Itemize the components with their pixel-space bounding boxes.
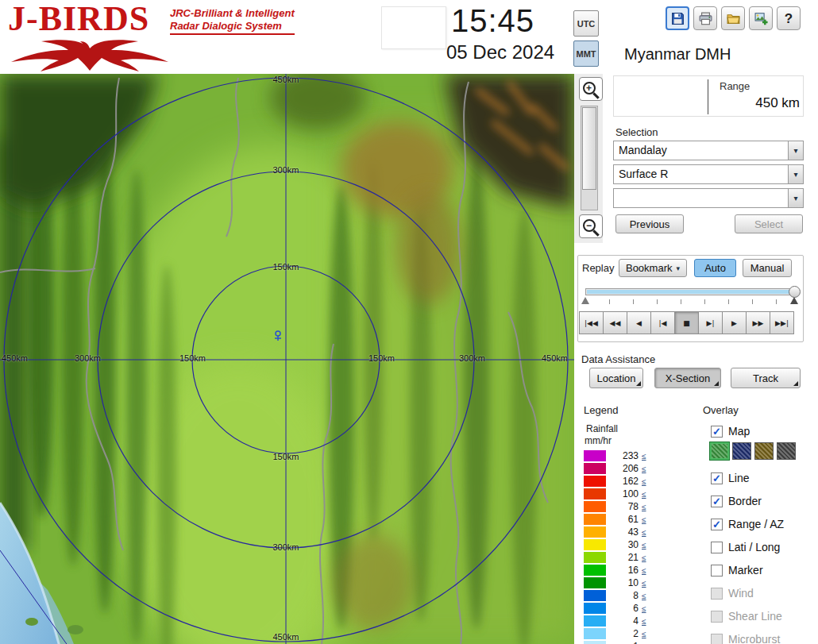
step-forward-button[interactable]: ▶| bbox=[698, 311, 723, 334]
range-label-w-300: 300km bbox=[75, 353, 101, 363]
legend-le-symbol: ≤ bbox=[642, 465, 646, 473]
auto-button[interactable]: Auto bbox=[694, 259, 736, 277]
playback-controls: |◀◀ ◀◀ ◀ |◀ ■ ▶| ▶ ▶▶ ▶▶| bbox=[579, 311, 793, 334]
legend-value: 61 bbox=[616, 514, 639, 525]
overlay-item-label: Border bbox=[728, 495, 762, 507]
map-style-green[interactable] bbox=[710, 442, 729, 460]
previous-button[interactable]: Previous bbox=[615, 214, 684, 233]
legend-le-symbol: ≤ bbox=[642, 566, 646, 575]
legend-value: 6 bbox=[616, 603, 639, 614]
overlay-item-label: Line bbox=[728, 472, 749, 484]
select-button[interactable]: Select bbox=[735, 214, 803, 233]
legend-color-swatch bbox=[584, 450, 606, 461]
overlay-row-border[interactable]: Border bbox=[711, 492, 762, 510]
location-button[interactable]: Location bbox=[589, 368, 643, 388]
product-dropdown[interactable]: Surface R ▾ bbox=[613, 164, 804, 184]
skip-start-button[interactable]: |◀◀ bbox=[579, 311, 604, 334]
overlay-label: Overlay bbox=[703, 404, 739, 416]
fast-rewind-button[interactable]: ◀◀ bbox=[603, 311, 627, 334]
bookmark-button[interactable]: Bookmark ▾ bbox=[619, 259, 687, 277]
site-dropdown-value: Mandalay bbox=[614, 141, 788, 160]
legend-le-symbol: ≤ bbox=[642, 617, 646, 626]
legend-value: 100 bbox=[616, 488, 639, 499]
manual-button[interactable]: Manual bbox=[743, 259, 792, 277]
checkbox[interactable] bbox=[711, 426, 723, 438]
fast-forward-button[interactable]: ▶▶ bbox=[746, 311, 770, 334]
map-style-olive[interactable] bbox=[754, 442, 774, 460]
overlay-item-label: Microburst bbox=[728, 633, 780, 644]
zoom-slider-thumb[interactable] bbox=[582, 107, 596, 190]
play-button[interactable]: ▶ bbox=[722, 311, 747, 334]
step-back-button[interactable]: |◀ bbox=[650, 311, 675, 334]
mmt-button[interactable]: MMT bbox=[573, 40, 599, 67]
replay-timeline-slider[interactable] bbox=[585, 288, 798, 295]
range-label-s-450: 450km bbox=[272, 632, 299, 642]
legend-color-swatch bbox=[584, 463, 606, 474]
skip-end-button[interactable]: ▶▶| bbox=[770, 311, 794, 334]
legend-label: Legend bbox=[584, 404, 618, 416]
checkbox[interactable] bbox=[711, 472, 723, 484]
extra-dropdown[interactable]: ▾ bbox=[613, 188, 804, 208]
logo: J-BIRDS bbox=[8, 2, 149, 37]
open-button[interactable] bbox=[721, 6, 745, 30]
overlay-item-label: Lati / Long bbox=[728, 541, 780, 553]
track-button[interactable]: Track bbox=[731, 368, 801, 388]
utc-button[interactable]: UTC bbox=[573, 10, 599, 37]
overlay-row-range-az[interactable]: Range / AZ bbox=[711, 515, 784, 533]
stop-button[interactable]: ■ bbox=[674, 311, 699, 334]
timeline-thumb[interactable] bbox=[789, 286, 801, 298]
legend-row: 8≤ bbox=[584, 589, 646, 602]
overlay-row-lati-long[interactable]: Lati / Long bbox=[711, 538, 780, 556]
timeline-start-marker[interactable] bbox=[581, 297, 589, 304]
legend-scale: 233≤ 206≤ 162≤ 100≤ 78≤ 61≤ 43≤ 30≤ 21≤ … bbox=[584, 449, 646, 644]
site-dropdown[interactable]: Mandalay ▾ bbox=[613, 141, 804, 160]
overlay-row-map[interactable]: Map bbox=[711, 422, 750, 440]
checkbox[interactable] bbox=[711, 565, 723, 577]
legend-row: 21≤ bbox=[584, 551, 646, 564]
legend-color-swatch bbox=[584, 552, 606, 563]
map-area[interactable]: 450km 300km 150km 150km 300km 450km 450k… bbox=[0, 74, 574, 644]
legend-row: 30≤ bbox=[584, 538, 646, 551]
legend-le-symbol: ≤ bbox=[642, 503, 646, 511]
app-window: J-BIRDS JRC-Brilliant & Intelligent Rada… bbox=[0, 0, 818, 644]
zoom-in-icon: + bbox=[583, 82, 600, 98]
site-dropdown-arrow-button[interactable]: ▾ bbox=[788, 141, 803, 160]
overlay-row-marker[interactable]: Marker bbox=[711, 561, 763, 579]
replay-modes: Bookmark ▾ Auto Manual bbox=[619, 259, 792, 277]
product-dropdown-value: Surface R bbox=[614, 165, 788, 183]
play-reverse-button[interactable]: ◀ bbox=[627, 311, 651, 334]
legend-row: 10≤ bbox=[584, 577, 646, 589]
save-button[interactable] bbox=[666, 6, 689, 30]
map-style-navy[interactable] bbox=[732, 442, 751, 460]
data-assistance-label: Data Assistance bbox=[581, 353, 655, 365]
help-button[interactable]: ? bbox=[777, 6, 801, 30]
legend-le-symbol: ≤ bbox=[642, 528, 646, 537]
overlay-item-label: Shear Line bbox=[728, 610, 782, 623]
station-title: Myanmar DMH bbox=[624, 45, 731, 64]
zoom-slider[interactable] bbox=[581, 106, 598, 210]
product-dropdown-arrow-button[interactable]: ▾ bbox=[788, 165, 803, 183]
checkbox[interactable] bbox=[711, 496, 723, 507]
x-section-button[interactable]: X-Section bbox=[654, 368, 721, 388]
legend-row: 43≤ bbox=[584, 526, 646, 538]
legend-le-symbol: ≤ bbox=[642, 515, 646, 524]
legend-color-swatch bbox=[584, 615, 606, 627]
zoom-out-button[interactable]: − bbox=[579, 214, 603, 238]
print-button[interactable] bbox=[693, 6, 717, 30]
range-display: Range 450 km bbox=[613, 75, 804, 117]
checkbox[interactable] bbox=[711, 519, 723, 530]
x-section-label: X-Section bbox=[666, 372, 710, 384]
legend-unit-1: Rainfall bbox=[586, 423, 618, 434]
checkbox[interactable] bbox=[711, 542, 723, 553]
legend-le-symbol: ≤ bbox=[642, 553, 646, 562]
legend-value: 16 bbox=[616, 565, 639, 576]
overlay-row-line[interactable]: Line bbox=[711, 469, 749, 487]
timeline-position-marker[interactable] bbox=[790, 297, 798, 304]
zoom-in-button[interactable]: + bbox=[579, 77, 603, 101]
extra-dropdown-arrow-button[interactable]: ▾ bbox=[788, 189, 803, 207]
legend-color-swatch bbox=[584, 476, 606, 487]
capture-button[interactable] bbox=[749, 6, 773, 30]
legend-value: 78 bbox=[616, 501, 639, 512]
timeline-fill bbox=[587, 290, 797, 294]
map-style-dark-gray[interactable] bbox=[777, 442, 796, 460]
